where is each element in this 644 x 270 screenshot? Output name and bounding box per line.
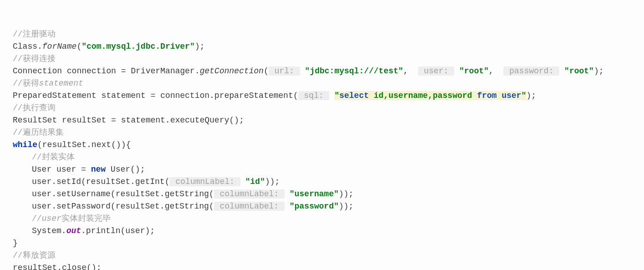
comment-user-done: //user实体封装完毕 <box>32 214 111 223</box>
comment-encapsulate: //封装实体 <box>32 153 75 162</box>
comment-release: //释放资源 <box>13 251 56 260</box>
comment-exec-query: //执行查询 <box>13 103 56 112</box>
line-set-password: user.setPassword(resultSet.getString( co… <box>32 202 353 211</box>
line-while: while(resultSet.next()){ <box>13 140 131 149</box>
line-set-username: user.setUsername(resultSet.getString( co… <box>32 189 353 199</box>
line-get-connection: Connection connection = DriverManager.ge… <box>13 66 604 76</box>
line-close-resultset: resultSet.close(); <box>13 263 101 270</box>
comment-get-statement: //获得statement <box>13 79 83 88</box>
param-hint-columnlabel: columnLabel: <box>214 202 285 211</box>
param-hint-password: password: <box>503 66 559 76</box>
line-execute-query: ResultSet resultSet = statement.executeQ… <box>13 116 244 125</box>
sql-string-highlight: "select id,username,password from user" <box>334 91 526 100</box>
line-forname: Class.forName("com.mysql.jdbc.Driver"); <box>13 42 204 51</box>
comment-get-connection: //获得连接 <box>13 54 56 63</box>
line-prepare-statement: PreparedStatement statement = connection… <box>13 91 536 100</box>
line-close-brace: } <box>13 239 18 248</box>
param-hint-columnlabel: columnLabel: <box>214 189 285 199</box>
comment-register-driver: //注册驱动 <box>13 30 56 39</box>
param-hint-user: user: <box>418 66 455 76</box>
code-block: { "watermark": "CSDN @龍弟-idea", "c": { "… <box>0 0 644 270</box>
line-set-id: user.setId(resultSet.getInt( columnLabel… <box>32 177 280 186</box>
comment-loop-resultset: //遍历结果集 <box>13 128 64 137</box>
param-hint-sql: sql: <box>298 91 330 100</box>
line-new-user: User user = new User(); <box>32 165 145 174</box>
line-println: System.out.println(user); <box>32 226 155 235</box>
param-hint-columnlabel: columnLabel: <box>169 177 240 186</box>
param-hint-url: url: <box>269 66 300 76</box>
